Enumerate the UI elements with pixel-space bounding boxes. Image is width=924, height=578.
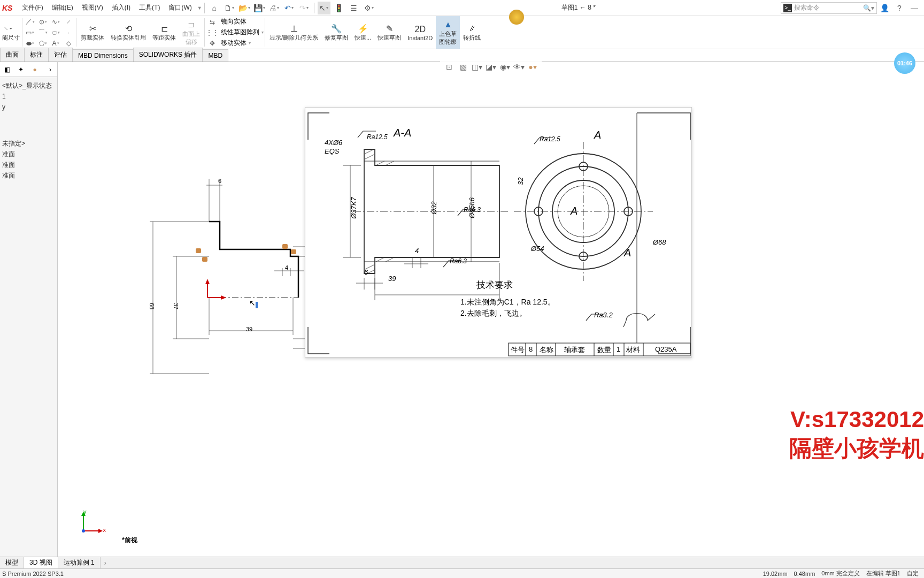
config-tab-icon[interactable]: ✦ — [14, 63, 28, 76]
svg-rect-28 — [282, 244, 288, 249]
undo-icon[interactable]: ↶ — [283, 2, 296, 14]
svg-line-42 — [376, 161, 384, 165]
instant2d-button[interactable]: 2DInstant2D — [404, 16, 436, 49]
ref-ra63: Ra6.3 — [464, 206, 481, 214]
tree-y[interactable]: y — [2, 102, 55, 112]
dim-39[interactable]: 39 — [246, 326, 252, 332]
open-icon[interactable]: 📂 — [238, 2, 251, 14]
ref-req-1: 1.未注倒角为C1，Ra 12.5。 — [460, 298, 555, 307]
select-icon[interactable]: ↖ — [318, 2, 330, 14]
view-triad[interactable]: yx — [74, 508, 106, 541]
svg-rect-26 — [196, 248, 201, 253]
appearance-icon[interactable]: ●▾ — [527, 61, 538, 73]
display-relations-button[interactable]: ⊥显示/删除几何关系 — [266, 16, 321, 49]
appearance-tab-icon[interactable]: ● — [28, 63, 42, 76]
shade-sketch-button[interactable]: ▲上色草图轮廓 — [436, 16, 460, 49]
bottom-tab-motion[interactable]: 运动算例 1 — [58, 557, 101, 568]
tree-tab-icon[interactable]: ◧ — [0, 63, 14, 76]
ref-ra63-2: Ra6.3 — [450, 257, 467, 265]
minimize-icon[interactable]: — — [908, 2, 921, 14]
svg-line-44 — [376, 257, 384, 262]
tree-plane-1[interactable]: 准面 — [2, 149, 55, 159]
plane-icon[interactable]: ◇ — [63, 38, 74, 49]
dim-68[interactable]: 68 — [149, 303, 155, 309]
ref-a-center: A — [571, 205, 578, 217]
quick-button[interactable]: ⚡快速... — [351, 16, 374, 49]
display-style-icon[interactable]: ◉▾ — [499, 61, 511, 73]
spline-icon[interactable]: ∿ — [50, 17, 61, 27]
tab-annotate[interactable]: 标注 — [24, 48, 49, 62]
trim-entities-button[interactable]: ✂剪裁实体 — [78, 16, 107, 49]
user-icon[interactable]: 👤 — [878, 2, 891, 14]
menu-more[interactable]: ▼ — [197, 5, 202, 11]
bottom-tab-scroll-right[interactable]: › — [101, 559, 110, 567]
repair-sketch-button[interactable]: 🔧修复草图 — [321, 16, 351, 49]
move-icon[interactable]: ✥ — [206, 38, 218, 49]
traffic-icon[interactable]: 🚦 — [333, 2, 345, 14]
help-icon[interactable]: ? — [893, 2, 906, 14]
tree-plane-3[interactable]: 准面 — [2, 170, 55, 181]
quick-sketch-button[interactable]: ✎快速草图 — [374, 16, 404, 49]
circle-icon[interactable]: ⊙ — [37, 17, 49, 27]
linear-pattern-button[interactable]: 线性草图阵列 — [221, 28, 259, 37]
tab-plugin[interactable]: SOLIDWORKS 插件 — [133, 48, 203, 62]
section-icon[interactable]: ◪▾ — [485, 61, 497, 73]
dim-37[interactable]: 37 — [173, 303, 179, 309]
list-icon[interactable]: ☰ — [348, 2, 360, 14]
svg-rect-29 — [291, 249, 296, 254]
point-icon[interactable]: · — [63, 27, 74, 38]
gear-icon[interactable]: ⚙ — [363, 2, 375, 14]
mirror-icon[interactable]: ⇆ — [206, 17, 218, 27]
offset-entities-button[interactable]: ⊏等距实体 — [149, 16, 179, 49]
convert-entities-button[interactable]: ⟲转换实体引用 — [107, 16, 149, 49]
print-icon[interactable]: 🖨 — [268, 2, 281, 14]
line-dd-icon[interactable]: ⟍▾ — [2, 23, 13, 34]
new-icon[interactable]: 🗋 — [223, 2, 236, 14]
home-icon[interactable]: ⌂ — [208, 2, 221, 14]
ref-tb-qty-v: 1 — [617, 345, 620, 353]
search-icon: >_ — [783, 4, 792, 12]
tab-evaluate[interactable]: 评估 — [48, 48, 73, 62]
rect-icon[interactable]: ▭ — [24, 27, 36, 38]
hide-show-icon[interactable]: 👁▾ — [513, 61, 525, 73]
arc-icon[interactable]: ⌒ — [37, 27, 49, 38]
smart-dimension-button[interactable]: 能尺寸 — [1, 34, 21, 42]
more-tab-icon[interactable]: › — [43, 63, 57, 76]
feature-tree-panel[interactable]: ◧ ✦ ● › <默认>_显示状态 1 y 未指定> 准面 准面 准面 — [0, 62, 58, 557]
dim-4[interactable]: 4 — [285, 264, 288, 271]
dim-6[interactable]: 6 — [218, 178, 221, 184]
status-coord-2: 0.48mm — [794, 571, 815, 577]
text-icon[interactable]: A — [50, 38, 61, 49]
pattern-icon[interactable]: ⋮⋮ — [206, 27, 218, 38]
move-entities-button[interactable]: 移动实体 — [221, 39, 247, 48]
ellipse-icon[interactable]: ⬭ — [50, 27, 61, 38]
menu-window[interactable]: 窗口(W) — [164, 1, 196, 14]
edge-icon[interactable]: ⟋ — [63, 17, 74, 27]
polygon-icon[interactable]: ⬠ — [37, 38, 49, 49]
display-state[interactable]: <默认>_显示状态 1 — [2, 80, 55, 102]
tab-surface[interactable]: 曲面 — [0, 48, 25, 62]
save-icon[interactable]: 💾 — [253, 2, 266, 14]
redo-icon[interactable]: ↷ — [298, 2, 311, 14]
bottom-tab-3dview[interactable]: 3D 视图 — [24, 557, 58, 568]
line-icon[interactable]: ／ — [24, 17, 36, 27]
tab-mbd[interactable]: MBD — [202, 49, 228, 62]
slot-icon[interactable]: ⬬ — [24, 38, 36, 49]
menu-insert[interactable]: 插入(I) — [107, 1, 135, 14]
mirror-entities-button[interactable]: 镜向实体 — [221, 17, 247, 26]
zoom-area-icon[interactable]: ▧ — [457, 61, 469, 73]
tree-unspecified[interactable]: 未指定> — [2, 138, 55, 149]
menu-edit[interactable]: 编辑(E) — [48, 1, 78, 14]
bottom-tab-model[interactable]: 模型 — [0, 557, 24, 568]
search-input[interactable]: >_ 搜索命令 🔍▾ — [781, 2, 877, 14]
menu-file[interactable]: 文件(F) — [18, 1, 47, 14]
fit-icon[interactable]: ⊡ — [443, 61, 455, 73]
ref-ra125-2: Ra12.5 — [540, 135, 560, 143]
prev-view-icon[interactable]: ◫▾ — [471, 61, 483, 73]
tree-plane-2[interactable]: 准面 — [2, 159, 55, 170]
menu-tools[interactable]: 工具(T) — [135, 1, 164, 14]
tab-mbd-dimensions[interactable]: MBD Dimensions — [72, 49, 134, 62]
svg-line-43 — [386, 161, 394, 165]
convert-line-button[interactable]: ⫽转折线 — [460, 16, 484, 49]
menu-view[interactable]: 视图(V) — [78, 1, 107, 14]
